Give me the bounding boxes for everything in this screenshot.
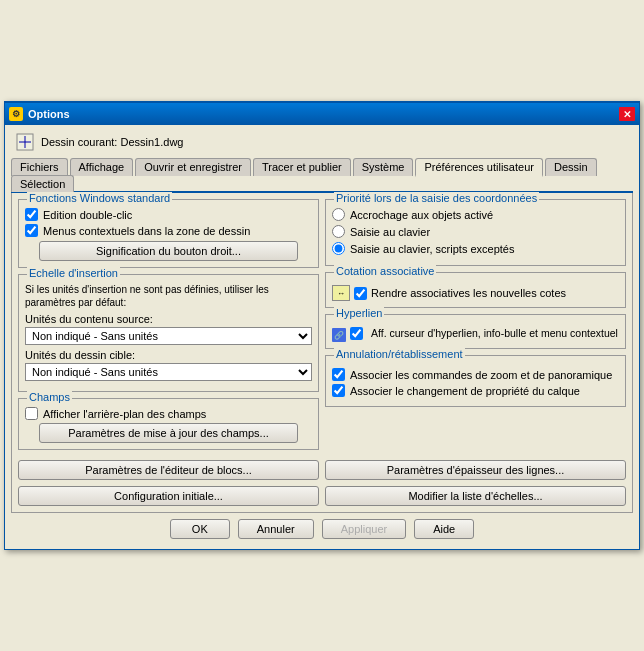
tab-selection[interactable]: Sélection [11, 175, 74, 192]
tab-fichiers[interactable]: Fichiers [11, 158, 68, 176]
window-title: Options [28, 108, 619, 120]
radio-accrochage-label: Accrochage aux objets activé [350, 209, 493, 221]
champs-title: Champs [27, 391, 72, 403]
hyperlien-icon: 🔗 [332, 328, 346, 342]
menus-row: Menus contextuels dans la zone de dessin [25, 224, 312, 237]
cotation-icon: ↔ [332, 285, 350, 301]
cible-label: Unités du dessin cible: [25, 349, 312, 361]
hyperlien-row: 🔗 Aff. curseur d'hyperlien, info-bulle e… [332, 327, 619, 342]
cible-row: Unités du dessin cible: Non indiqué - Sa… [25, 349, 312, 381]
configuration-initiale-button[interactable]: Configuration initiale... [18, 486, 319, 506]
tab-affichage[interactable]: Affichage [70, 158, 134, 176]
menus-label: Menus contextuels dans la zone de dessin [43, 225, 250, 237]
echelle-group: Echelle d'insertion Si les unités d'inse… [18, 274, 319, 392]
radio-clavier-scripts-label: Saisie au clavier, scripts exceptés [350, 243, 514, 255]
hyperlien-title: Hyperlien [334, 307, 384, 319]
zoom-row: Associer les commandes de zoom et de pan… [332, 368, 619, 381]
radio-clavier-scripts-input[interactable] [332, 242, 345, 255]
cible-select[interactable]: Non indiqué - Sans unités [25, 363, 312, 381]
epaisseur-lignes-button[interactable]: Paramètres d'épaisseur des lignes... [325, 460, 626, 480]
fonctions-windows-title: Fonctions Windows standard [27, 192, 172, 204]
calque-checkbox[interactable] [332, 384, 345, 397]
hyperlien-checkbox[interactable] [350, 327, 363, 340]
liste-echelles-button[interactable]: Modifier la liste d'échelles... [325, 486, 626, 506]
arriere-label: Afficher l'arrière-plan des champs [43, 408, 206, 420]
right-column: Priorité lors de la saisie des coordonné… [325, 199, 626, 456]
arriere-row: Afficher l'arrière-plan des champs [25, 407, 312, 420]
drawing-icon [15, 132, 35, 152]
priorite-title: Priorité lors de la saisie des coordonné… [334, 192, 539, 204]
tab-systeme[interactable]: Système [353, 158, 414, 176]
editeur-blocs-button[interactable]: Paramètres de l'éditeur de blocs... [18, 460, 319, 480]
annulation-title: Annulation/rétablissement [334, 348, 465, 360]
drawing-bar: Dessin courant: Dessin1.dwg [11, 129, 633, 155]
dialog-buttons: OK Annuler Appliquer Aide [11, 513, 633, 543]
cotation-checkbox[interactable] [354, 287, 367, 300]
edition-row: Edition double-clic [25, 208, 312, 221]
hyperlien-group: Hyperlien 🔗 Aff. curseur d'hyperlien, in… [325, 314, 626, 349]
calque-row: Associer le changement de propriété du c… [332, 384, 619, 397]
cotation-label: Rendre associatives les nouvelles cotes [371, 287, 566, 299]
champs-parametres-button[interactable]: Paramètres de mise à jour des champs... [39, 423, 297, 443]
fonctions-windows-group: Fonctions Windows standard Edition doubl… [18, 199, 319, 268]
echelle-title: Echelle d'insertion [27, 267, 120, 279]
window-icon: ⚙ [9, 107, 23, 121]
tab-ouvrir[interactable]: Ouvrir et enregistrer [135, 158, 251, 176]
options-window: ⚙ Options ✕ Dessin courant: Dessin1.dwg … [4, 101, 640, 550]
edition-checkbox[interactable] [25, 208, 38, 221]
drawing-value: Dessin1.dwg [121, 136, 184, 148]
aide-button[interactable]: Aide [414, 519, 474, 539]
cotation-group: Cotation associative ↔ Rendre associativ… [325, 272, 626, 308]
echelle-description: Si les unités d'insertion ne sont pas dé… [25, 283, 312, 309]
ok-button[interactable]: OK [170, 519, 230, 539]
radio-accrochage-input[interactable] [332, 208, 345, 221]
titlebar: ⚙ Options ✕ [5, 103, 639, 125]
annuler-button[interactable]: Annuler [238, 519, 314, 539]
menus-checkbox[interactable] [25, 224, 38, 237]
tab-dessin[interactable]: Dessin [545, 158, 597, 176]
tab-content: Fonctions Windows standard Edition doubl… [11, 193, 633, 513]
arriere-checkbox[interactable] [25, 407, 38, 420]
tab-tracer[interactable]: Tracer et publier [253, 158, 351, 176]
cotation-title: Cotation associative [334, 265, 436, 277]
zoom-label: Associer les commandes de zoom et de pan… [350, 369, 612, 381]
close-button[interactable]: ✕ [619, 107, 635, 121]
signification-button[interactable]: Signification du bouton droit... [39, 241, 297, 261]
bottom-buttons: Paramètres de l'éditeur de blocs... Para… [18, 460, 626, 506]
calque-label: Associer le changement de propriété du c… [350, 385, 580, 397]
zoom-checkbox[interactable] [332, 368, 345, 381]
radio-clavier-scripts: Saisie au clavier, scripts exceptés [332, 242, 619, 255]
annulation-group: Annulation/rétablissement Associer les c… [325, 355, 626, 407]
priorite-group: Priorité lors de la saisie des coordonné… [325, 199, 626, 266]
radio-clavier-label: Saisie au clavier [350, 226, 430, 238]
radio-clavier: Saisie au clavier [332, 225, 619, 238]
champs-group: Champs Afficher l'arrière-plan des champ… [18, 398, 319, 450]
edition-label: Edition double-clic [43, 209, 132, 221]
left-column: Fonctions Windows standard Edition doubl… [18, 199, 319, 456]
radio-accrochage: Accrochage aux objets activé [332, 208, 619, 221]
source-label: Unités du contenu source: [25, 313, 312, 325]
drawing-label: Dessin courant: [41, 136, 117, 148]
hyperlien-label: Aff. curseur d'hyperlien, info-bulle et … [371, 327, 618, 339]
source-row: Unités du contenu source: Non indiqué - … [25, 313, 312, 345]
tab-preferences[interactable]: Préférences utilisateur [415, 158, 542, 177]
tab-bar: Fichiers Affichage Ouvrir et enregistrer… [11, 158, 633, 193]
appliquer-button[interactable]: Appliquer [322, 519, 406, 539]
radio-clavier-input[interactable] [332, 225, 345, 238]
source-select[interactable]: Non indiqué - Sans unités [25, 327, 312, 345]
